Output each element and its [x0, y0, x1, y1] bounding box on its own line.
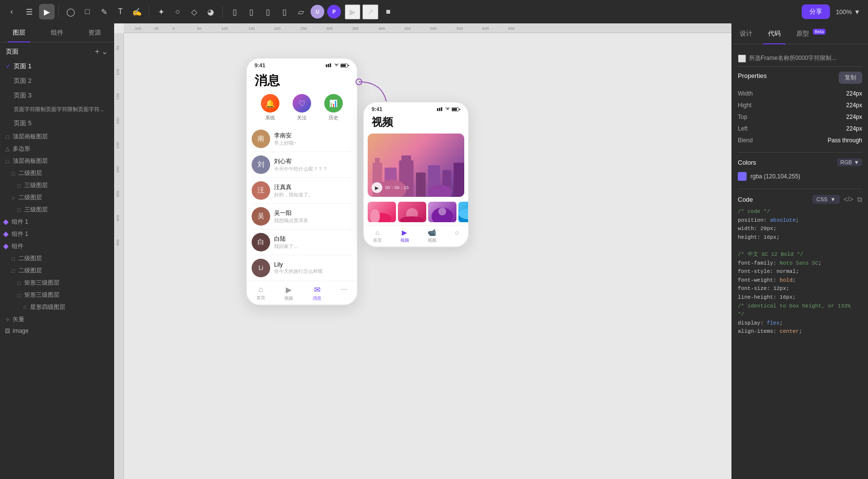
layer-tool-3[interactable]: ▯	[260, 4, 276, 19]
svg-rect-44	[375, 158, 380, 165]
msg-5-name: 白陆	[274, 235, 352, 243]
play-button[interactable]: ▶	[345, 4, 360, 19]
layer-vector[interactable]: ⟡ 矢量	[0, 313, 114, 326]
layer-3-2[interactable]: □ 三级图层	[0, 204, 114, 216]
rgb-selector[interactable]: RGB ▼	[837, 158, 862, 166]
tab-assets[interactable]: 资源	[76, 23, 114, 42]
layer-image[interactable]: 🖼 image	[0, 326, 114, 336]
svg-rect-30	[328, 64, 329, 67]
layer-comp1[interactable]: 组件 1	[0, 216, 114, 228]
layer-comp3[interactable]: 组件	[0, 240, 114, 252]
layer-tool-1[interactable]: ▯	[227, 4, 242, 19]
msg-1-content: 李南安 早上好哦~	[274, 132, 352, 147]
layer-2-1[interactable]: □ 二级图层	[0, 167, 114, 179]
layer-2-2[interactable]: ○ 二级图层	[0, 192, 114, 204]
circle-tool[interactable]: ○	[170, 4, 185, 19]
layer-poly[interactable]: △ 多边形	[0, 143, 114, 155]
tab-code[interactable]: 代码	[760, 23, 789, 44]
share-button[interactable]: 分享	[802, 4, 830, 19]
tab-design[interactable]: 设计	[732, 23, 760, 44]
prop-row-top: Top 224px	[738, 111, 862, 123]
svg-text:U: U	[316, 9, 319, 15]
components-btn[interactable]: ✦	[153, 4, 169, 19]
frame-tools: ◯ □ ✎ T ✍	[63, 4, 145, 19]
pen-tool[interactable]: ✎	[96, 4, 112, 19]
layout-button[interactable]: ■	[380, 4, 396, 19]
page-item-3[interactable]: 页面 3	[0, 88, 114, 103]
canvas-area[interactable]: -100 -50 0 50 100 150 200 250 300 350 40…	[114, 23, 731, 479]
color-swatch[interactable]	[738, 172, 747, 181]
layer-2-4[interactable]: □ 二级图层	[0, 265, 114, 277]
frame-tool[interactable]: ◯	[63, 4, 79, 19]
layer-4-1[interactable]: ☆ 星形四级图层	[0, 301, 114, 313]
msg-1-name: 李南安	[274, 132, 352, 140]
page-label-2: 页面 2	[6, 77, 32, 85]
tab-prototype[interactable]: 原型 Beta	[789, 23, 833, 44]
layer-3-4[interactable]: □ 矩形三级图层	[0, 289, 114, 301]
add-page-btn[interactable]: +	[95, 48, 99, 56]
rect-icon-3: □	[16, 207, 22, 213]
code-line-font-style: font-style: normal;	[738, 268, 862, 276]
prop-row-hight: Hight 224px	[738, 99, 862, 111]
code-line-font-size: font-size: 12px;	[738, 285, 862, 293]
code-type-label: CSS	[816, 196, 828, 202]
tab-components[interactable]: 组件	[38, 23, 76, 42]
zoom-indicator[interactable]: 100% ▼	[832, 6, 864, 18]
nav-message-label: 消息	[313, 295, 321, 302]
code-header: Code CSS ▼ </> ⧉	[738, 195, 862, 204]
page-item-5[interactable]: 页面 5	[0, 116, 114, 131]
code-view-btn[interactable]: </>	[844, 195, 853, 203]
layer-comp2[interactable]: 组件 1	[0, 228, 114, 240]
phone2-nav-video-active: ▶ 视频	[400, 229, 409, 244]
fill-tool[interactable]: ◕	[203, 4, 218, 19]
message-icon: ✉	[314, 285, 320, 294]
share-nav-button[interactable]: ↗	[362, 4, 378, 19]
svg-text:P: P	[333, 9, 336, 15]
layer-3-1[interactable]: □ 三级图层	[0, 179, 114, 192]
nav-more: ···	[341, 285, 347, 302]
diamond-tool[interactable]: ◇	[186, 4, 202, 19]
menu-button[interactable]: ☰	[21, 4, 37, 19]
tab-label-system: 系统	[265, 115, 275, 121]
message-row-5: 白 白陆 我回家了...	[252, 230, 352, 255]
select-tool[interactable]: ▶	[39, 4, 55, 19]
text-tool[interactable]: T	[113, 4, 128, 19]
layer-2-3[interactable]: □ 二级图层	[0, 252, 114, 265]
svg-text:500: 500	[430, 26, 437, 31]
layer-label-comp1: 组件 1	[12, 218, 110, 226]
phone1-nav: ⌂ 首页 ▶ 视频 ✉ 消息 ···	[247, 281, 357, 305]
tab-layers[interactable]: 图层	[0, 23, 38, 42]
collapse-pages-btn[interactable]: ⌄	[101, 48, 108, 56]
page-item-1[interactable]: ✓ 页面 1	[0, 59, 114, 74]
code-copy-btn[interactable]: ⧉	[857, 195, 862, 204]
rgb-chevron: ▼	[854, 159, 859, 165]
page-item-2[interactable]: 页面 2	[0, 74, 114, 88]
msg-3-preview: 好的，我知道了。	[274, 192, 352, 198]
frame-label-text: 所选Frame名称所0000字符限制...	[749, 54, 836, 62]
shape-tool[interactable]: □	[79, 4, 95, 19]
msg-2-content: 刘心宥 今天中午吃什么呢？？？	[274, 157, 352, 172]
layer-frame2[interactable]: □ 顶层画板图层	[0, 155, 114, 167]
layer-tool-4[interactable]: ▯	[276, 4, 292, 19]
layer-tool-2[interactable]: ▯	[243, 4, 259, 19]
hand-tool[interactable]: ✍	[129, 4, 145, 19]
code-type-selector[interactable]: CSS ▼	[812, 195, 840, 204]
arrow-path-svg	[124, 33, 731, 479]
message-row-2: 刘 刘心宥 今天中午吃什么呢？？？	[252, 152, 352, 178]
avatar-1: 南	[252, 130, 270, 148]
page-item-4[interactable]: 页面字符限制页面字符限制页面字符...	[0, 103, 114, 116]
layer-tool-5[interactable]: ▱	[293, 4, 309, 19]
phone2-title: 视频	[364, 113, 468, 132]
layer-3-3[interactable]: □ 矩形三级图层	[0, 277, 114, 289]
layer-frame1[interactable]: □ 顶层画板图层	[0, 131, 114, 143]
svg-text:-50: -50	[153, 26, 159, 31]
nav2-video-label: 视频	[400, 237, 409, 244]
layer-label-3-1: 三级图层	[24, 181, 110, 190]
code-type-chevron: ▼	[830, 196, 836, 202]
home-icon: ⌂	[258, 285, 263, 294]
msg-2-name: 刘心宥	[274, 157, 352, 166]
canvas-inner[interactable]: 9:41 消息 🔔 系统 ♡	[124, 33, 731, 479]
copy-button[interactable]: 复制	[839, 72, 862, 84]
svg-text:150: 150	[116, 93, 120, 100]
back-button[interactable]: ‹	[4, 4, 20, 19]
